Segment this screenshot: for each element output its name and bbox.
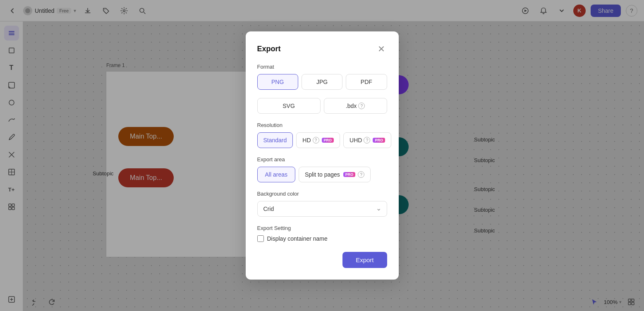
resolution-standard-button[interactable]: Standard — [257, 132, 293, 148]
format-grid-row2: SVG .bdx ? — [257, 98, 387, 114]
export-btn-row: Export — [257, 252, 387, 268]
split-help-icon[interactable]: ? — [358, 171, 364, 178]
uhd-pro-badge: PRO — [373, 138, 385, 143]
export-button[interactable]: Export — [342, 252, 387, 268]
export-setting-section: Export Setting Display container name — [257, 225, 387, 242]
modal-header: Export — [257, 43, 387, 55]
format-pdf-button[interactable]: PDF — [346, 74, 387, 90]
resolution-hd-button[interactable]: HD ? PRO — [296, 132, 340, 148]
bg-color-section: Background color Crid White Transparent — [257, 191, 387, 217]
format-label: Format — [257, 64, 387, 70]
modal-overlay[interactable]: Export Format PNG JPG PDF SVG .bdx ? Res… — [0, 0, 644, 311]
display-container-checkbox[interactable] — [257, 235, 264, 242]
export-area-label: Export area — [257, 156, 387, 163]
format-bdx-button[interactable]: .bdx ? — [324, 98, 387, 114]
split-pro-badge: PRO — [343, 172, 356, 177]
export-setting-label: Export Setting — [257, 225, 387, 231]
hd-help-icon[interactable]: ? — [313, 137, 319, 144]
bdx-help-icon[interactable]: ? — [358, 103, 365, 109]
resolution-row: Standard HD ? PRO UHD ? PRO — [257, 132, 387, 148]
modal-title: Export — [257, 45, 281, 53]
display-container-label[interactable]: Display container name — [267, 235, 328, 242]
resolution-label: Resolution — [257, 122, 387, 128]
format-png-button[interactable]: PNG — [257, 74, 298, 90]
bg-color-label: Background color — [257, 191, 387, 197]
modal-close-button[interactable] — [376, 43, 387, 55]
area-split-button[interactable]: Split to pages PRO ? — [299, 167, 371, 182]
resolution-uhd-button[interactable]: UHD ? PRO — [343, 132, 391, 148]
export-modal: Export Format PNG JPG PDF SVG .bdx ? Res… — [246, 31, 399, 280]
area-all-button[interactable]: All areas — [257, 167, 295, 182]
format-svg-button[interactable]: SVG — [257, 98, 321, 114]
uhd-help-icon[interactable]: ? — [364, 137, 370, 144]
hd-pro-badge: PRO — [322, 138, 334, 143]
checkbox-row: Display container name — [257, 235, 387, 242]
bg-color-select[interactable]: Crid White Transparent — [257, 201, 387, 217]
bg-color-select-wrapper: Crid White Transparent — [257, 201, 387, 217]
format-jpg-button[interactable]: JPG — [302, 74, 342, 90]
format-grid: PNG JPG PDF — [257, 74, 387, 90]
export-area-row: All areas Split to pages PRO ? — [257, 167, 387, 182]
